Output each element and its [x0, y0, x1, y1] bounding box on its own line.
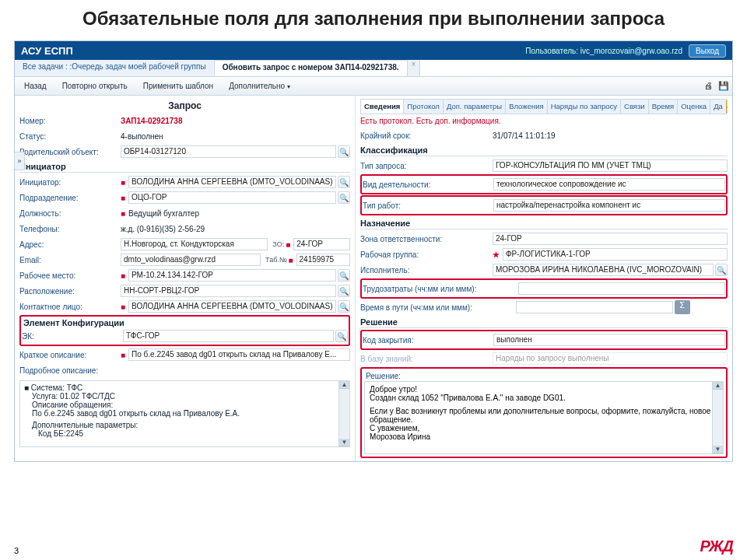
lookup-icon[interactable]: 🔍	[715, 264, 728, 276]
tab-more[interactable]: Да	[710, 99, 727, 114]
topbar: АСУ ЕСПП Пользователь: ivc_morozovain@gr…	[15, 41, 732, 60]
sidebar-collapse[interactable]: »	[14, 152, 25, 170]
group-label: Рабочая группа:	[360, 250, 493, 259]
zo-field[interactable]: 24-ГОР	[293, 238, 350, 250]
tabs-prev[interactable]: ◀	[726, 100, 728, 113]
reqtype-field[interactable]: ГОР-КОНСУЛЬТАЦИЯ ПО ММ (УЧЕТ ТМЦ)	[493, 159, 728, 172]
travel-field[interactable]	[516, 301, 673, 313]
reopen-button[interactable]: Повторно открыть	[56, 80, 134, 92]
brief-label: Краткое описание:	[19, 351, 121, 359]
breadcrumb-close[interactable]: ×	[408, 60, 421, 76]
classification-section: Классификация	[360, 143, 728, 156]
address-field[interactable]: Н.Новгород, ст. Кондукторская	[121, 238, 268, 250]
contact-field[interactable]: ВОЛОДИНА АННА СЕРГЕЕВНА (DMTO_VOLODINAAS…	[128, 300, 336, 313]
location-field[interactable]: НН-СОРТ-РВЦ2-ГОР	[121, 285, 336, 297]
print-icon[interactable]: 🖨	[704, 81, 715, 92]
lookup-icon[interactable]: 🔍	[338, 145, 350, 158]
tabno-field[interactable]: 24159975	[296, 254, 350, 266]
activity-field[interactable]: технологическое сопровождение ис	[493, 178, 725, 191]
reqtype-label: Тип запроса:	[360, 162, 493, 170]
slide-title: Обязательные поля для заполнения при вып…	[0, 0, 747, 40]
closecode-highlight: Код закрытия:выполнен	[360, 330, 728, 350]
breadcrumb-all-tasks[interactable]: Все задачи : :Очередь задач моей рабочей…	[15, 60, 215, 76]
config-section: Элемент Конфигурации	[22, 317, 348, 328]
deadline-value: 31/07/14 11:01:19	[493, 131, 728, 140]
kb-label: В базу знаний:	[360, 355, 493, 363]
exec-field[interactable]: МОРОЗОВА ИРИНА НИКОЛАЕВНА (IVC_MOROZOVAI…	[493, 264, 714, 276]
zone-label: Зона ответственности:	[360, 235, 493, 243]
unit-label: Подразделение:	[19, 194, 121, 202]
initiator-label: Инициатор:	[19, 178, 121, 187]
parent-field[interactable]: ОБР14-03127120	[121, 145, 336, 158]
slide-footer: 3 РЖД	[14, 537, 733, 555]
full-description: ■ Система: ТФС Услуга: 01.02 ТФС/ТДС Опи…	[19, 380, 350, 447]
tab-attach[interactable]: Вложения	[505, 99, 548, 114]
address-label: Адрес:	[19, 240, 121, 249]
kb-field: Наряды по запросу выполнены	[493, 352, 728, 365]
lookup-icon[interactable]: 🔍	[338, 300, 350, 313]
tabs-row: Сведения Протокол Доп. параметры Вложени…	[360, 99, 728, 114]
breadcrumb: Все задачи : :Очередь задач моей рабочей…	[15, 60, 732, 77]
right-pane: Сведения Протокол Доп. параметры Вложени…	[356, 96, 732, 461]
position-value: Ведущий бухгалтер	[128, 209, 199, 218]
group-field[interactable]: ФР-ЛОГИСТИКА-1-ГОР	[503, 248, 728, 261]
contact-label: Контактное лицо:	[19, 303, 121, 311]
zone-field[interactable]: 24-ГОР	[493, 233, 728, 245]
solution-label: Решение:	[364, 371, 724, 381]
email-field[interactable]: dmto_volodinaas@grw.rzd	[121, 254, 261, 266]
ek-label: ЭК:	[22, 332, 123, 341]
save-icon[interactable]: 💾	[718, 81, 729, 92]
initiator-field[interactable]: ВОЛОДИНА АННА СЕРГЕЕВНА (DMTO_VOLODINAAS…	[128, 176, 336, 188]
workplace-field[interactable]: РМ-10.24.134.142-ГОР	[128, 269, 336, 282]
request-title: Запрос	[19, 99, 350, 113]
tab-protocol[interactable]: Протокол	[403, 99, 444, 114]
solution-text[interactable]: Доброе утро! Создан склад 1052 "Привалов…	[364, 381, 724, 454]
email-label: Email:	[19, 256, 121, 264]
worktype-highlight: Тип работ:настройка/перенастройка компон…	[360, 195, 728, 215]
lookup-icon[interactable]: 🔍	[338, 176, 350, 188]
exit-button[interactable]: Выход	[689, 44, 726, 58]
full-desc-label: Подробное описание:	[19, 366, 121, 375]
request-number[interactable]: ЗАП14-02921738	[121, 117, 183, 125]
tab-params[interactable]: Доп. параметры	[443, 99, 506, 114]
tab-info[interactable]: Сведения	[360, 99, 404, 114]
labor-field[interactable]	[518, 282, 725, 295]
number-label: Номер:	[19, 117, 121, 125]
tab-rating[interactable]: Оценка	[677, 99, 710, 114]
scrollbar[interactable]: ▲▼	[338, 381, 349, 446]
apply-template-button[interactable]: Применить шаблон	[137, 80, 219, 92]
user-info: Пользователь: ivc_morozovain@grw.oao.rzd	[525, 47, 682, 55]
status-label: Статус:	[19, 132, 121, 141]
lookup-icon[interactable]: 🔍	[335, 330, 348, 342]
back-button[interactable]: Назад	[18, 80, 53, 92]
labor-label: Трудозатраты (чч:мм или ммм):	[363, 285, 518, 293]
lookup-icon[interactable]: 🔍	[338, 191, 350, 204]
sum-button[interactable]: Σ	[675, 300, 690, 314]
closecode-field[interactable]: выполнен	[493, 334, 725, 346]
scrollbar[interactable]: ▲▼	[712, 382, 723, 453]
deadline-label: Крайний срок:	[360, 131, 493, 140]
travel-label: Время в пути (чч:мм или ммм):	[360, 303, 516, 312]
activity-label: Вид деятельности:	[363, 180, 493, 189]
more-button[interactable]: Дополнительно ▾	[223, 80, 296, 92]
closecode-label: Код закрытия:	[363, 336, 493, 345]
unit-field[interactable]: ОЦО-ГОР	[128, 191, 336, 204]
tab-time[interactable]: Время	[648, 99, 679, 114]
app-window: АСУ ЕСПП Пользователь: ivc_morozovain@gr…	[14, 40, 733, 462]
activity-highlight: Вид деятельности:технологическое сопрово…	[360, 174, 728, 194]
exec-label: Исполнитель:	[360, 266, 493, 275]
brief-field[interactable]: По б.е.2245 завод dg01 открыть склад на …	[128, 348, 350, 361]
lookup-icon[interactable]: 🔍	[338, 285, 350, 297]
breadcrumb-active-tab[interactable]: Обновить запрос с номером ЗАП14-02921738…	[215, 60, 408, 76]
warning-text: Есть протокол. Есть доп. информация.	[360, 114, 728, 128]
parent-label: Родительский объект:	[19, 148, 121, 156]
ek-field[interactable]: ТФС-ГОР	[123, 330, 334, 342]
tab-links[interactable]: Связи	[620, 99, 649, 114]
tab-orders[interactable]: Наряды по запросу	[547, 99, 621, 114]
worktype-field[interactable]: настройка/перенастройка компонент ис	[493, 199, 725, 212]
phones-value: ж.д. (0-916)(35) 2-56-29	[121, 225, 350, 233]
labor-highlight: Трудозатраты (чч:мм или ммм):	[360, 278, 728, 299]
status-value: 4-выполнен	[121, 132, 350, 141]
worktype-label: Тип работ:	[363, 201, 493, 210]
lookup-icon[interactable]: 🔍	[338, 269, 350, 282]
